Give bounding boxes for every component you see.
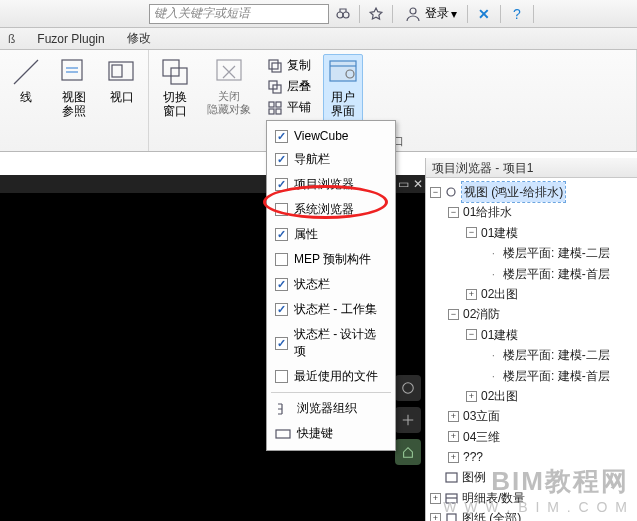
search-input[interactable]: 键入关键字或短语 [149, 4, 329, 24]
project-browser-tree[interactable]: −视图 (鸿业-给排水) −01给排水 −01建模 ·楼层平面: 建模-二层 ·… [426, 178, 637, 521]
dd-system-browser[interactable]: 系统浏览器 [267, 197, 395, 222]
dd-statusbar-design[interactable]: 状态栏 - 设计选项 [267, 322, 395, 364]
tree-node[interactable]: 图纸 (全部) [462, 508, 521, 521]
checkbox-icon [275, 303, 288, 316]
dd-project-browser[interactable]: 项目浏览器 [267, 172, 395, 197]
nav-home-icon[interactable] [395, 439, 421, 465]
tree-node[interactable]: 01给排水 [463, 202, 512, 222]
tree-node[interactable]: 02消防 [463, 304, 500, 324]
ribbon-viewport[interactable]: 视口 [102, 54, 142, 135]
dd-statusbar-workset[interactable]: 状态栏 - 工作集 [267, 297, 395, 322]
checkbox-icon [275, 370, 288, 383]
separator [392, 5, 393, 23]
tree-node[interactable]: 04三维 [463, 427, 500, 447]
collapse-icon[interactable]: − [466, 227, 477, 238]
svg-point-19 [403, 383, 414, 394]
expand-icon[interactable]: + [466, 391, 477, 402]
svg-rect-15 [269, 109, 274, 114]
binoculars-icon[interactable] [333, 4, 353, 24]
login-label: 登录 [425, 5, 449, 22]
tree-node[interactable]: 楼层平面: 建模-首层 [503, 264, 610, 284]
group-label [6, 135, 142, 149]
ribbon-copy[interactable]: 复制 [263, 56, 315, 75]
checkbox-icon [275, 278, 288, 291]
svg-rect-8 [217, 60, 241, 80]
tree-node[interactable]: 视图 (鸿业-给排水) [462, 182, 565, 202]
checkbox-icon [275, 178, 288, 191]
sheet-icon [445, 513, 458, 521]
tab-strip: ß Fuzor Plugin 修改 [0, 28, 637, 50]
tile-icon [267, 100, 283, 116]
dd-mep[interactable]: MEP 预制构件 [267, 247, 395, 272]
tree-node[interactable]: 01建模 [481, 223, 518, 243]
leaf-icon: · [488, 345, 499, 365]
dd-viewcube[interactable]: ViewCube [267, 125, 395, 147]
collapse-icon[interactable]: − [448, 207, 459, 218]
dd-statusbar[interactable]: 状态栏 [267, 272, 395, 297]
tree-node[interactable]: 图例 [462, 467, 486, 487]
leaf-icon: · [488, 264, 499, 284]
project-browser-panel: 项目浏览器 - 项目1 −视图 (鸿业-给排水) −01给排水 −01建模 ·楼… [425, 158, 637, 521]
tree-node[interactable]: 03立面 [463, 406, 500, 426]
ribbon-group-1: 线 视图 参照 视口 [0, 50, 149, 151]
tab-modify[interactable]: 修改 [123, 28, 155, 49]
ribbon-line[interactable]: 线 [6, 54, 46, 135]
close-icon[interactable]: ✕ [413, 177, 423, 191]
collapse-icon[interactable]: − [430, 187, 441, 198]
expand-icon[interactable]: + [448, 452, 459, 463]
dd-navbar[interactable]: 导航栏 [267, 147, 395, 172]
separator [467, 5, 468, 23]
separator [359, 5, 360, 23]
line-icon [10, 56, 42, 88]
tree-node[interactable]: ??? [463, 447, 483, 467]
nav-orbit-icon[interactable] [395, 375, 421, 401]
tree-node[interactable]: 02出图 [481, 284, 518, 304]
tab-fuzor[interactable]: Fuzor Plugin [33, 30, 108, 48]
dd-browser-org[interactable]: 浏览器组织 [267, 396, 395, 421]
collapse-icon[interactable]: − [448, 309, 459, 320]
svg-rect-3 [62, 60, 82, 80]
tree-node[interactable]: 楼层平面: 建模-二层 [503, 243, 610, 263]
svg-point-0 [337, 12, 343, 18]
close-hidden-icon [213, 56, 245, 88]
checkbox-icon [275, 228, 288, 241]
tree-node[interactable]: 明细表/数量 [462, 488, 525, 508]
dd-recent-files[interactable]: 最近使用的文件 [267, 364, 395, 389]
person-icon [403, 4, 423, 24]
expand-icon[interactable]: + [448, 411, 459, 422]
svg-point-21 [447, 188, 455, 196]
dd-properties[interactable]: 属性 [267, 222, 395, 247]
ribbon-tile[interactable]: 平铺 [263, 98, 315, 117]
svg-rect-24 [447, 514, 456, 521]
project-browser-title: 项目浏览器 - 项目1 [426, 158, 637, 178]
copy-icon [267, 58, 283, 74]
svg-rect-14 [276, 102, 281, 107]
top-toolbar: 键入关键字或短语 登录 ▾ ✕ ? [0, 0, 637, 28]
expand-icon[interactable]: + [430, 493, 441, 504]
expand-icon[interactable]: + [448, 431, 459, 442]
star-icon[interactable] [366, 4, 386, 24]
tree-node[interactable]: 楼层平面: 建模-首层 [503, 366, 610, 386]
ribbon-stack[interactable]: 层叠 [263, 77, 315, 96]
separator [533, 5, 534, 23]
tab-partial[interactable]: ß [4, 30, 19, 48]
tree-node[interactable]: 01建模 [481, 325, 518, 345]
keyboard-icon [275, 426, 291, 442]
maximize-icon[interactable]: ▭ [398, 177, 409, 191]
ribbon-view-ref[interactable]: 视图 参照 [54, 54, 94, 135]
svg-point-2 [410, 8, 416, 14]
expand-icon[interactable]: + [466, 289, 477, 300]
collapse-icon[interactable]: − [466, 329, 477, 340]
dd-shortcuts[interactable]: 快捷键 [267, 421, 395, 446]
help-icon[interactable]: ? [507, 4, 527, 24]
ribbon-close-hidden[interactable]: 关闭 隐藏对象 [203, 54, 255, 132]
nav-pan-icon[interactable] [395, 407, 421, 433]
expand-icon[interactable]: + [430, 513, 441, 521]
ribbon-switch-window[interactable]: 切换 窗口 [155, 54, 195, 132]
tree-node[interactable]: 02出图 [481, 386, 518, 406]
checkbox-icon [275, 203, 288, 216]
login-button[interactable]: 登录 ▾ [399, 4, 461, 24]
tree-node[interactable]: 楼层平面: 建模-二层 [503, 345, 610, 365]
svg-rect-9 [269, 60, 278, 69]
exchange-icon[interactable]: ✕ [474, 4, 494, 24]
